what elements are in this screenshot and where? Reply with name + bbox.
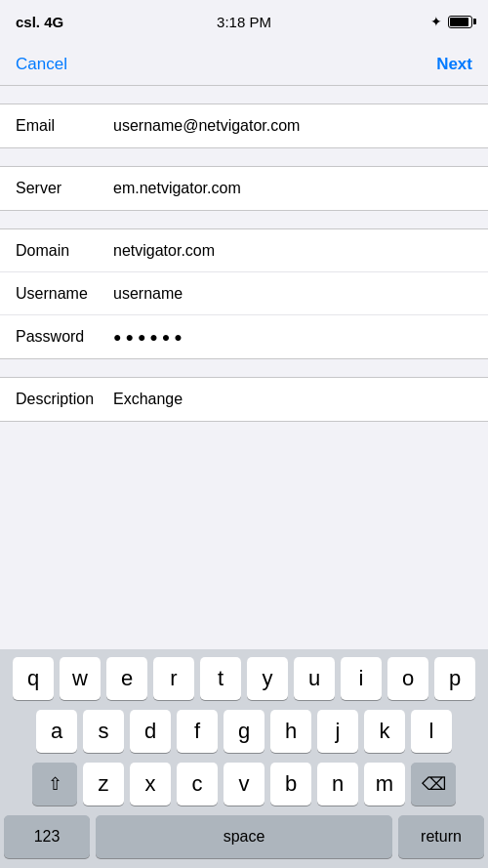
password-value: ●●●●●● [113,329,472,345]
section-gap-3 [0,211,488,228]
form-section-description: Description Exchange [0,377,488,422]
shift-key[interactable]: ⇧ [32,763,77,806]
section-gap-4 [0,359,488,377]
key-t[interactable]: t [200,657,241,700]
domain-value: netvigator.com [113,242,472,260]
nav-bar: Cancel Next [0,43,488,86]
domain-label: Domain [16,242,113,260]
key-q[interactable]: q [13,657,54,700]
username-value: username [113,285,472,303]
description-label: Description [16,391,113,408]
backspace-key[interactable]: ⌫ [411,763,456,806]
key-c[interactable]: c [177,763,218,806]
password-label: Password [16,328,113,346]
email-label: Email [16,117,113,135]
key-o[interactable]: o [387,657,428,700]
form-container: Email username@netvigator.com Server em.… [0,86,488,422]
form-row-server[interactable]: Server em.netvigator.com [0,167,488,210]
key-h[interactable]: h [270,710,311,753]
form-section-server: Server em.netvigator.com [0,166,488,211]
email-value: username@netvigator.com [113,117,472,135]
form-row-domain[interactable]: Domain netvigator.com [0,229,488,272]
key-y[interactable]: y [247,657,288,700]
section-gap-2 [0,148,488,166]
bluetooth-icon: ✦ [430,14,442,29]
form-row-username[interactable]: Username username [0,272,488,315]
key-f[interactable]: f [177,710,218,753]
server-label: Server [16,180,113,197]
key-p[interactable]: p [434,657,475,700]
status-icons: ✦ [430,14,472,29]
cancel-button[interactable]: Cancel [16,55,67,74]
key-n[interactable]: n [317,763,358,806]
status-time: 3:18 PM [217,14,271,30]
keyboard: q w e r t y u i o p a s d f g h j k l ⇧ … [0,649,488,868]
key-d[interactable]: d [130,710,171,753]
username-label: Username [16,285,113,303]
number-key[interactable]: 123 [4,815,90,858]
key-r[interactable]: r [153,657,194,700]
key-j[interactable]: j [317,710,358,753]
key-l[interactable]: l [411,710,452,753]
key-e[interactable]: e [106,657,147,700]
keyboard-row-1: q w e r t y u i o p [0,657,488,700]
form-row-email[interactable]: Email username@netvigator.com [0,104,488,147]
description-value: Exchange [113,391,472,408]
key-b[interactable]: b [270,763,311,806]
space-key[interactable]: space [96,815,392,858]
key-v[interactable]: v [224,763,264,806]
keyboard-row-2: a s d f g h j k l [0,710,488,753]
status-bar: csl. 4G 3:18 PM ✦ [0,0,488,43]
key-k[interactable]: k [364,710,405,753]
key-z[interactable]: z [83,763,124,806]
key-g[interactable]: g [224,710,264,753]
form-section-email: Email username@netvigator.com [0,103,488,148]
key-x[interactable]: x [130,763,171,806]
key-s[interactable]: s [83,710,124,753]
battery-icon [448,16,472,28]
server-value: em.netvigator.com [113,180,472,197]
key-a[interactable]: a [36,710,77,753]
keyboard-bottom-row: 123 space return [0,815,488,858]
next-button[interactable]: Next [436,55,472,74]
carrier-text: csl. 4G [16,14,63,30]
form-row-description[interactable]: Description Exchange [0,378,488,421]
section-gap-1 [0,86,488,103]
key-u[interactable]: u [294,657,335,700]
key-m[interactable]: m [364,763,405,806]
return-key[interactable]: return [398,815,484,858]
form-section-credentials: Domain netvigator.com Username username … [0,228,488,359]
key-i[interactable]: i [341,657,382,700]
keyboard-row-3: ⇧ z x c v b n m ⌫ [0,763,488,806]
form-row-password[interactable]: Password ●●●●●● [0,315,488,358]
key-w[interactable]: w [60,657,101,700]
